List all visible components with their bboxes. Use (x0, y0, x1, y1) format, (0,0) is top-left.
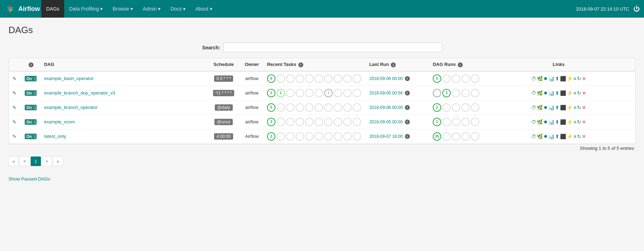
link-icon[interactable]: 📊 (548, 134, 554, 139)
dag-run-circle[interactable]: 2 (433, 103, 441, 112)
dag-run-circle[interactable] (452, 103, 460, 112)
dag-run-circle[interactable] (442, 74, 451, 83)
nav-browse[interactable]: Browse ▾ (108, 0, 138, 18)
link-icon[interactable]: ⏱ (531, 119, 536, 125)
page-last-button[interactable]: » (53, 157, 63, 166)
link-icon[interactable]: 📊 (548, 105, 554, 110)
task-circle[interactable] (315, 74, 323, 83)
task-circle[interactable] (353, 74, 361, 83)
task-circle[interactable] (296, 132, 304, 141)
task-circle[interactable] (286, 103, 294, 112)
link-icon[interactable]: 🌿 (537, 76, 543, 81)
link-icon[interactable]: ✸ (543, 105, 548, 110)
link-icon[interactable]: ⬆ (555, 134, 559, 139)
last-run-row-info-icon[interactable]: i (405, 134, 410, 139)
link-icon[interactable]: ✕ (582, 76, 586, 81)
dag-runs-info-icon[interactable]: i (458, 62, 463, 67)
page-prev-button[interactable]: < (19, 157, 30, 166)
link-icon[interactable]: ⬛ (560, 90, 566, 96)
link-icon[interactable]: ⏱ (531, 76, 536, 81)
link-icon[interactable]: ⚡ (567, 119, 573, 125)
task-circle[interactable] (353, 89, 361, 97)
link-icon[interactable]: ≡ (573, 105, 576, 110)
link-icon[interactable]: 📊 (548, 90, 554, 96)
link-icon[interactable]: ⬛ (560, 119, 566, 125)
link-icon[interactable]: ✸ (543, 76, 548, 81)
task-circle[interactable] (343, 74, 352, 83)
dag-run-circle[interactable] (461, 132, 470, 141)
dag-run-circle[interactable]: 35 (433, 132, 441, 141)
dag-link[interactable]: example_bash_operator (44, 76, 93, 81)
dag-run-circle[interactable]: 1 (433, 118, 441, 126)
task-circle[interactable] (286, 74, 294, 83)
dag-run-circle[interactable] (461, 74, 470, 83)
dag-run-circle[interactable] (452, 74, 460, 83)
on-toggle[interactable]: On| (25, 105, 37, 110)
task-circle[interactable]: 2 (267, 132, 275, 141)
task-circle[interactable]: 1 (277, 89, 285, 97)
task-circle[interactable] (315, 103, 323, 112)
link-icon[interactable]: ✸ (543, 90, 548, 96)
task-circle[interactable] (286, 89, 294, 97)
task-circle[interactable] (286, 118, 294, 126)
dag-run-circle[interactable] (433, 89, 441, 97)
link-icon[interactable]: ⬆ (555, 76, 559, 81)
edit-icon[interactable]: ✎ (12, 134, 17, 139)
task-circle[interactable] (305, 132, 314, 141)
task-circle[interactable] (334, 118, 342, 126)
nav-data-profiling[interactable]: Data Profiling ▾ (64, 0, 108, 18)
link-icon[interactable]: ≡ (573, 134, 576, 139)
task-circle[interactable] (334, 132, 342, 141)
task-circle[interactable] (305, 89, 314, 97)
last-run-row-info-icon[interactable]: i (405, 76, 410, 81)
task-circle[interactable]: 3 (267, 118, 275, 126)
link-icon[interactable]: ✸ (543, 119, 548, 125)
task-circle[interactable]: 6 (267, 74, 275, 83)
link-icon[interactable]: ≡ (573, 76, 576, 81)
link-icon[interactable]: ↻ (577, 90, 581, 96)
task-circle[interactable] (353, 132, 361, 141)
link-icon[interactable]: ⬛ (560, 134, 566, 139)
search-input[interactable] (223, 43, 442, 52)
task-circle[interactable] (343, 103, 352, 112)
task-circle[interactable] (315, 118, 323, 126)
link-icon[interactable]: ⏱ (531, 134, 536, 139)
nav-docs[interactable]: Docs ▾ (165, 0, 190, 18)
link-icon[interactable]: ⚡ (567, 90, 573, 96)
on-toggle[interactable]: On| (25, 90, 37, 96)
link-icon[interactable]: ⚡ (567, 105, 573, 110)
link-icon[interactable]: ✕ (582, 105, 586, 110)
nav-dags-button[interactable]: DAGs (41, 0, 64, 18)
task-circle[interactable] (334, 74, 342, 83)
on-toggle[interactable]: On| (25, 76, 37, 81)
task-circle[interactable] (277, 132, 285, 141)
task-circle[interactable] (315, 89, 323, 97)
last-run-link[interactable]: 2018-09-07 16:00 (369, 134, 403, 139)
edit-icon[interactable]: ✎ (12, 90, 17, 96)
on-toggle[interactable]: On| (25, 134, 37, 139)
task-circle[interactable] (296, 89, 304, 97)
task-circle[interactable] (343, 89, 352, 97)
link-icon[interactable]: 🌿 (537, 119, 543, 125)
last-run-link[interactable]: 2018-09-05 00:56 (369, 91, 403, 96)
dag-link[interactable]: example_xcom (44, 119, 75, 124)
link-icon[interactable]: ⚡ (567, 76, 573, 81)
nav-about[interactable]: About ▾ (190, 0, 217, 18)
link-icon[interactable]: 🌿 (537, 90, 543, 96)
link-icon[interactable]: ⬆ (555, 105, 559, 110)
brand-logo[interactable]: Airflow (4, 3, 40, 15)
dag-link[interactable]: example_branch_operator (44, 105, 98, 110)
page-next-button[interactable]: > (42, 157, 52, 166)
link-icon[interactable]: ↻ (577, 119, 581, 125)
nav-admin[interactable]: Admin ▾ (138, 0, 166, 18)
task-circle[interactable] (343, 118, 352, 126)
link-icon[interactable]: ✕ (582, 119, 586, 125)
recent-tasks-info-icon[interactable]: i (298, 62, 303, 67)
task-circle[interactable] (296, 74, 304, 83)
link-icon[interactable]: ⬆ (555, 90, 559, 96)
link-icon[interactable]: ⬛ (560, 105, 566, 110)
nav-logout-button[interactable]: ⏻ (633, 5, 640, 13)
info-icon-header[interactable]: i (29, 62, 34, 67)
page-first-button[interactable]: « (8, 157, 19, 166)
task-circle[interactable] (343, 132, 352, 141)
